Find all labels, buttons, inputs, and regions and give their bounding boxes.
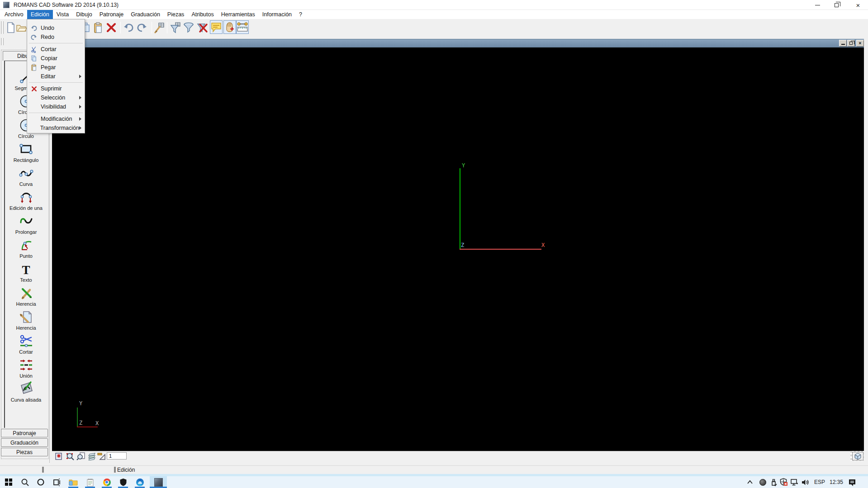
defender-icon[interactable] — [118, 477, 128, 487]
tool-cortar[interactable]: Cortar — [5, 332, 47, 355]
child-restore-button[interactable] — [847, 40, 855, 47]
menu-item-suprimir[interactable]: Suprimir — [27, 84, 85, 93]
filter-delete-icon[interactable] — [196, 21, 209, 34]
menu-item-pegar[interactable]: Pegar — [27, 63, 85, 72]
zoom-page-icon[interactable] — [76, 452, 86, 460]
filter-table-icon[interactable] — [169, 21, 182, 34]
measure-icon[interactable] — [236, 20, 249, 34]
toolbar-grip[interactable] — [1, 38, 2, 45]
menu-item-modificacion[interactable]: Modificación — [27, 114, 85, 123]
menu-item-seleccion[interactable]: Selección — [27, 93, 85, 102]
tool-herencia-1[interactable]: Herencia — [5, 284, 47, 308]
child-restore-icon — [849, 42, 853, 45]
tray-network-icon[interactable] — [789, 477, 800, 487]
tray-usb-icon[interactable] — [768, 477, 779, 487]
tray-player-icon[interactable] — [757, 477, 768, 487]
chrome-icon[interactable] — [101, 477, 112, 487]
window-title: ROMANS CAD Software 2D 2014 (9.10.13) — [14, 2, 119, 8]
tab-piezas[interactable]: Piezas — [1, 448, 48, 456]
drawing-window-titlebar[interactable] — [52, 39, 868, 47]
tray-volume-icon[interactable] — [800, 477, 811, 487]
start-icon[interactable] — [3, 477, 14, 487]
sheet-number-field[interactable] — [107, 452, 127, 460]
clock[interactable]: 12:35 — [830, 479, 843, 485]
tool-prolongar[interactable]: Prolongar — [5, 212, 47, 236]
z-axis-label: Z — [461, 242, 464, 248]
menu-item-cortar[interactable]: Cortar — [27, 45, 85, 54]
scale-icon[interactable] — [97, 452, 107, 460]
drawing-canvas[interactable] — [52, 47, 864, 451]
zoom-fit-icon[interactable] — [54, 452, 64, 460]
child-minimize-button[interactable] — [839, 40, 847, 47]
redo-icon[interactable] — [136, 21, 148, 34]
cad-app-icon[interactable] — [153, 477, 164, 487]
notepad-icon[interactable] — [85, 477, 95, 487]
menu-patronaje[interactable]: Patronaje — [96, 10, 128, 19]
open-folder-icon[interactable] — [15, 21, 28, 34]
paste-icon — [27, 64, 41, 71]
language-indicator[interactable]: ESP — [814, 479, 825, 485]
menu-item-editar[interactable]: Editar — [27, 72, 85, 81]
tool-curva[interactable]: Curva — [5, 164, 47, 188]
menu-piezas[interactable]: Piezas — [164, 10, 188, 19]
tray-security-icon[interactable] — [778, 477, 789, 487]
tool-union[interactable]: Unión — [5, 355, 47, 379]
menu-vista[interactable]: Vista — [53, 10, 73, 19]
menu-item-redo[interactable]: Redo — [27, 33, 85, 42]
cortana-icon[interactable] — [35, 477, 46, 487]
child-minimize-icon — [841, 42, 845, 45]
edge-icon[interactable] — [134, 477, 145, 487]
menu-dibujo[interactable]: Dibujo — [72, 10, 95, 19]
task-view-icon[interactable] — [51, 477, 62, 487]
restore-button[interactable] — [829, 0, 844, 10]
tool-herencia-2[interactable]: Herencia — [5, 308, 47, 332]
menu-item-copiar[interactable]: Copiar — [27, 54, 85, 63]
mini-y-axis-label: Y — [79, 400, 82, 407]
child-close-icon: × — [859, 41, 862, 46]
layers-icon[interactable] — [87, 452, 97, 460]
menu-informacion[interactable]: Información — [259, 10, 295, 19]
toolbar-grip[interactable] — [3, 38, 5, 45]
submenu-arrow-icon — [79, 126, 81, 130]
search-icon[interactable] — [19, 477, 30, 487]
action-center-icon[interactable] — [847, 477, 858, 487]
mini-y-axis-line — [77, 407, 78, 427]
file-explorer-icon[interactable] — [68, 477, 79, 487]
toolbar-grip[interactable] — [1, 21, 2, 34]
filter-icon[interactable] — [182, 21, 195, 34]
tool-rectangulo[interactable]: Rectángulo — [5, 140, 47, 164]
menu-item-visibilidad[interactable]: Visibilidad — [27, 102, 85, 111]
comment-icon[interactable] — [210, 20, 223, 34]
menu-item-transformacion[interactable]: Transformación — [27, 123, 85, 133]
point-icon — [19, 236, 34, 253]
menu-herramientas[interactable]: Herramientas — [218, 10, 259, 19]
rectangle-icon — [19, 140, 34, 157]
tray-chevron-icon[interactable] — [745, 477, 755, 487]
menu-atributos[interactable]: Atributos — [188, 10, 217, 19]
tool-curva-alisada[interactable]: Curva alisada — [5, 379, 47, 403]
pan-icon[interactable] — [223, 20, 236, 34]
undo-icon[interactable] — [122, 21, 135, 34]
tool-edicion-de-una[interactable]: Edición de una — [5, 188, 47, 212]
tool-texto[interactable]: T Texto — [5, 260, 47, 284]
child-close-button[interactable]: × — [856, 40, 864, 47]
tab-graduacion[interactable]: Graduación — [1, 438, 48, 447]
menu-separator — [29, 43, 83, 43]
menu-item-undo[interactable]: Undo — [27, 24, 85, 33]
paste-icon[interactable] — [92, 21, 104, 34]
close-button[interactable]: × — [850, 0, 866, 10]
menu-help[interactable]: ? — [295, 10, 306, 19]
delete-icon[interactable] — [105, 21, 118, 34]
menu-edicion[interactable]: Edición — [27, 10, 53, 19]
cube-icon[interactable] — [852, 452, 863, 460]
inherit-picker-icon[interactable] — [153, 21, 166, 34]
scissors-icon — [27, 46, 41, 53]
zoom-window-icon[interactable] — [65, 452, 75, 460]
minimize-button[interactable] — [810, 0, 825, 10]
close-icon: × — [856, 2, 860, 9]
undo-icon — [27, 25, 41, 32]
menu-graduacion[interactable]: Graduación — [127, 10, 164, 19]
menu-archivo[interactable]: Archivo — [1, 10, 27, 19]
tool-punto[interactable]: Punto — [5, 236, 47, 260]
tab-patronaje[interactable]: Patronaje — [1, 429, 48, 437]
